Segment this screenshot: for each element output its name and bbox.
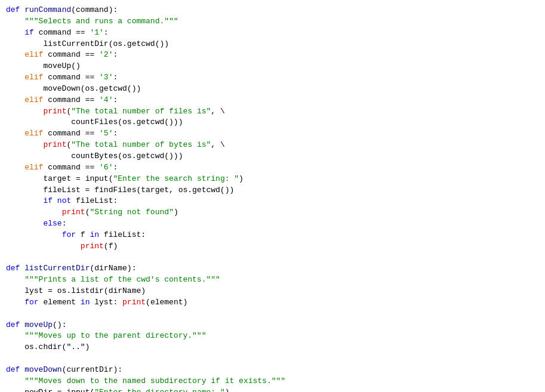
code-line: elif command == '2': (2, 50, 543, 61)
code-line: fileList = findFiles(target, os.getcwd()… (2, 185, 543, 196)
code-line: if not fileList: (2, 196, 543, 207)
code-line: """Prints a list of the cwd's contents."… (2, 274, 543, 286)
code-line: for f in fileList: (2, 230, 543, 241)
code-line: def moveUp(): (2, 320, 543, 331)
code-line: """Selects and runs a command.""" (2, 16, 543, 27)
code-line (2, 252, 543, 264)
code-line: elif command == '4': (2, 95, 543, 106)
code-line: for element in lyst: print(element) (2, 297, 543, 308)
code-line: elif command == '5': (2, 128, 543, 140)
code-line: def listCurrentDir(dirName): (2, 263, 543, 274)
code-line: print("String not found") (2, 207, 543, 218)
code-line: lyst = os.listdir(dirName) (2, 286, 543, 297)
code-line: elif command == '6': (2, 162, 543, 174)
code-line: moveDown(os.getcwd()) (2, 84, 543, 95)
code-line: print("The total number of bytes is", \ (2, 140, 543, 151)
code-line: os.chdir("..") (2, 342, 543, 353)
code-line: elif command == '3': (2, 72, 543, 84)
code-line: moveUp() (2, 61, 543, 72)
code-line (2, 353, 543, 365)
code-line: print(f) (2, 241, 543, 252)
code-line (2, 308, 543, 320)
code-editor: def runCommand(command): """Selects and … (0, 0, 545, 392)
code-line: target = input("Enter the search string:… (2, 174, 543, 185)
code-line: countFiles(os.getcwd())) (2, 117, 543, 128)
code-line: def runCommand(command): (2, 5, 543, 16)
code-line: """Moves down to the named subdirectory … (2, 376, 543, 387)
code-line: def moveDown(currentDir): (2, 365, 543, 376)
code-line: countBytes(os.getcwd())) (2, 151, 543, 162)
code-line: else: (2, 218, 543, 230)
code-line: print("The total number of files is", \ (2, 106, 543, 118)
code-line: listCurrentDir(os.getcwd()) (2, 39, 543, 50)
code-line: """Moves up to the parent directory.""" (2, 331, 543, 342)
code-line: newDir = input("Enter the directory name… (2, 387, 543, 392)
code-line: if command == '1': (2, 27, 543, 39)
